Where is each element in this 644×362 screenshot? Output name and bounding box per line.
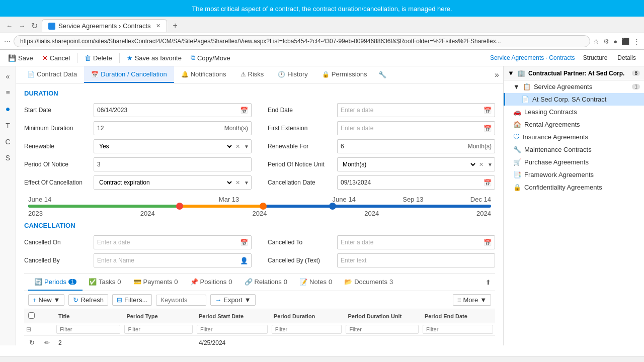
copy-move-button[interactable]: ⧉ Copy/Move — [187, 52, 234, 64]
extensions-icon[interactable]: ⬛ — [621, 38, 629, 45]
filter-start-date-input[interactable] — [197, 325, 268, 334]
period-of-notice-input[interactable] — [94, 159, 251, 170]
filter-duration-unit-input[interactable] — [346, 325, 419, 334]
filter-title-input[interactable] — [56, 325, 120, 334]
rp-insurance-agreements[interactable]: 🛡 Insurance Agreements — [504, 131, 644, 143]
period-unit-chevron-icon[interactable]: ▼ — [486, 162, 495, 167]
first-extension-input[interactable] — [338, 123, 480, 134]
settings-icon[interactable]: ⚙ — [603, 38, 609, 45]
tab-duration-cancellation[interactable]: 📅 Duration / Cancellation — [84, 66, 174, 83]
cancellation-date-input[interactable] — [338, 177, 480, 188]
rp-service-agreements[interactable]: ▼ 📋 Service Agreements 1 — [504, 80, 644, 93]
browser-tab-active[interactable]: Service Agreements › Contracts ✕ — [42, 19, 167, 32]
effect-select[interactable]: Contract expiration — [94, 176, 233, 189]
cancelled-to-input[interactable] — [338, 237, 480, 248]
rp-at-sed-corp-contract[interactable]: 📄 At Sed Corp. SA Contract — [504, 93, 644, 106]
rp-rental-agreements[interactable]: 🏠 Rental Agreements — [504, 118, 644, 131]
bottom-tab-relations[interactable]: 🔗 Relations 0 — [238, 274, 293, 291]
renewable-chevron-icon[interactable]: ▼ — [242, 144, 251, 149]
sidebar-doc-icon[interactable]: T — [4, 120, 12, 132]
rp-framework-agreements[interactable]: 📑 Framework Agreements — [504, 168, 644, 181]
more-btn[interactable]: ≡ More ▼ — [453, 294, 491, 306]
bottom-tab-payments[interactable]: 💳 Payments 0 — [127, 274, 184, 291]
col-header-period-end-date[interactable]: Period End Date — [421, 309, 495, 323]
details-tab-btn[interactable]: Details — [613, 53, 640, 63]
sidebar-collapse-icon[interactable]: « — [4, 70, 12, 82]
address-bar[interactable] — [14, 35, 590, 47]
tab-more-btn[interactable]: » — [495, 70, 499, 79]
tab-tool-icon[interactable]: 🔧 — [378, 71, 386, 78]
nav-refresh-btn[interactable]: ↻ — [29, 20, 40, 32]
nav-back-btn[interactable]: ← — [4, 21, 15, 31]
min-duration-input[interactable] — [94, 123, 221, 134]
rp-collapse-icon[interactable]: ▼ — [508, 69, 514, 77]
tab-risks[interactable]: ⚠ Risks — [233, 66, 271, 83]
end-date-input[interactable] — [338, 105, 480, 116]
col-header-title[interactable]: Title — [54, 309, 122, 323]
renewable-clear-btn[interactable]: ✕ — [233, 143, 242, 150]
rp-maintenance-contracts[interactable]: 🔧 Maintenance Contracts — [504, 143, 644, 156]
save-as-fav-button[interactable]: ★ Save as favorite — [123, 52, 186, 64]
cancelled-on-input[interactable] — [94, 237, 237, 248]
col-header-period-duration-unit[interactable]: Period Duration Unit — [344, 309, 421, 323]
tab-close-btn[interactable]: ✕ — [156, 23, 160, 29]
structure-tab-btn[interactable]: Structure — [579, 53, 612, 63]
refresh-btn[interactable]: ↻ Refresh — [68, 294, 108, 306]
new-btn[interactable]: + New ▼ — [28, 294, 64, 306]
sidebar-star-icon[interactable]: S — [4, 152, 12, 164]
bottom-tab-more-btn[interactable]: ⬆ — [486, 279, 491, 286]
row-sync-icon[interactable]: ↻ — [29, 339, 35, 345]
nav-forward-btn[interactable]: → — [17, 21, 27, 31]
rp-confidentiality-agreements[interactable]: 🔒 Confidentiality Agreements — [504, 181, 644, 194]
effect-chevron-icon[interactable]: ▼ — [242, 180, 251, 186]
grid-icon[interactable]: ⋯ — [4, 38, 11, 45]
cancelled-by-person-icon[interactable]: 👤 — [237, 257, 251, 264]
rp-leasing-contracts[interactable]: 🚗 Leasing Contracts — [504, 106, 644, 118]
bottom-tab-periods[interactable]: 🔄 Periods 1 — [28, 274, 83, 291]
bottom-tab-tasks[interactable]: ✅ Tasks 0 — [83, 274, 127, 291]
period-unit-clear-btn[interactable]: ✕ — [477, 161, 486, 168]
save-button[interactable]: 💾 Save — [4, 52, 37, 64]
renewable-select[interactable]: Yes No — [94, 140, 233, 152]
filter-end-date-input[interactable] — [423, 325, 493, 334]
period-unit-select[interactable]: Month(s) Day(s) Year(s) — [338, 158, 477, 170]
profile-icon[interactable]: ● — [613, 38, 617, 45]
timeline-dot-red[interactable] — [176, 203, 183, 210]
timeline-dot-blue[interactable] — [329, 203, 336, 210]
bookmark-icon[interactable]: ☆ — [593, 38, 599, 45]
cancelled-by-text-input[interactable] — [338, 255, 495, 266]
tab-permissions[interactable]: 🔒 Permissions — [315, 66, 374, 83]
tab-contract-data[interactable]: 📄 Contract Data — [20, 66, 84, 83]
cancelled-on-calendar-icon[interactable]: 📅 — [237, 239, 251, 246]
first-extension-calendar-icon[interactable]: 📅 — [480, 125, 495, 132]
sidebar-home-icon[interactable]: ● — [4, 103, 13, 116]
bottom-tab-notes[interactable]: 📝 Notes 0 — [293, 274, 338, 291]
export-btn[interactable]: → Export ▼ — [210, 294, 255, 306]
bottom-tab-documents[interactable]: 📂 Documents 3 — [338, 274, 399, 291]
tab-history[interactable]: 🕐 History — [271, 66, 314, 83]
cancelled-by-input[interactable] — [94, 255, 237, 266]
filter-period-type-input[interactable] — [124, 325, 192, 334]
col-header-period-start-date[interactable]: Period Start Date — [195, 309, 270, 323]
keywords-input[interactable] — [156, 295, 206, 306]
filters-btn[interactable]: ⊟ Filters... — [112, 294, 152, 306]
tab-notifications[interactable]: 🔔 Notifications — [174, 66, 233, 83]
col-header-period-duration[interactable]: Period Duration — [270, 309, 344, 323]
new-tab-btn[interactable]: + — [169, 19, 182, 33]
sidebar-grid-icon[interactable]: C — [3, 136, 12, 148]
renewable-for-input[interactable] — [338, 141, 465, 152]
rp-purchase-agreements[interactable]: 🛒 Purchase Agreements — [504, 156, 644, 168]
sidebar-menu-icon[interactable]: ≡ — [4, 86, 12, 99]
cancellation-date-calendar-icon[interactable]: 📅 — [480, 179, 495, 187]
start-date-calendar-icon[interactable]: 📅 — [237, 107, 251, 114]
menu-icon[interactable]: ⋮ — [633, 38, 640, 45]
cancelled-to-calendar-icon[interactable]: 📅 — [480, 239, 495, 246]
timeline-dot-orange[interactable] — [260, 203, 267, 210]
filter-duration-input[interactable] — [272, 325, 342, 334]
effect-clear-btn[interactable]: ✕ — [233, 179, 242, 186]
row-edit-btn[interactable]: ✏ — [44, 339, 50, 345]
end-date-calendar-icon[interactable]: 📅 — [480, 107, 495, 114]
bottom-tab-positions[interactable]: 📌 Positions 0 — [184, 274, 238, 291]
select-all-checkbox[interactable] — [28, 312, 35, 319]
cancel-button[interactable]: ✕ Cancel — [38, 52, 74, 64]
